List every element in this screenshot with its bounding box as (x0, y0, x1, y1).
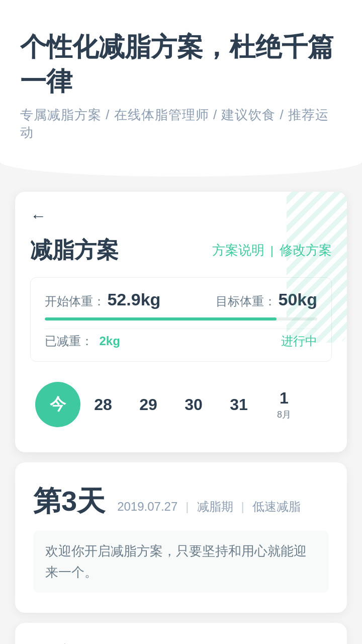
plan-description-link[interactable]: 方案说明 (212, 242, 264, 259)
weight-status-row: 已减重： 2kg 进行中 (45, 329, 317, 349)
diet-section-title: 建议饮食 (33, 641, 329, 644)
sub-title: 专属减脂方案 / 在线体脂管理师 / 建议饮食 / 推荐运动 (20, 106, 342, 141)
weight-progress-bar (45, 317, 317, 320)
diet-section: 建议饮食 早餐午餐加餐晚餐加餐 粽子 1袋 › (15, 623, 347, 644)
start-weight-label: 开始体重： (45, 294, 105, 308)
day-number: 第3天 (33, 482, 105, 521)
action-divider: | (270, 244, 274, 258)
back-button[interactable]: ← (30, 207, 46, 225)
day-header: 第3天 2019.07.27 | 减脂期 | 低速减脂 (33, 482, 329, 521)
day-date: 2019.07.27 (117, 500, 177, 514)
date-item-2[interactable]: 29 (126, 382, 171, 427)
meta-divider1: | (186, 500, 189, 514)
main-card: ← 减脂方案 方案说明 | 修改方案 开始体重： 52.9kg 目标体重： 50… (15, 192, 347, 452)
weight-progress-fill (45, 317, 277, 320)
date-item-4[interactable]: 31 (216, 382, 261, 427)
header-section: 个性化减脂方案，杜绝千篇一律 专属减脂方案 / 在线体脂管理师 / 建议饮食 /… (0, 0, 362, 162)
day-meta: 2019.07.27 | 减脂期 | 低速减脂 (117, 499, 301, 515)
date-item-0[interactable]: 今 (35, 382, 80, 427)
weight-row: 开始体重： 52.9kg 目标体重： 50kg (45, 290, 317, 309)
stripe-decoration (287, 192, 347, 343)
date-item-1[interactable]: 28 (80, 382, 126, 427)
day-tag1: 减脂期 (197, 499, 233, 515)
reduced-weight: 已减重： 2kg (45, 333, 120, 349)
meta-divider2: | (241, 500, 244, 514)
reduced-value: 2kg (99, 334, 120, 348)
date-item-3[interactable]: 30 (171, 382, 216, 427)
date-picker: 今2829303118月 (30, 372, 332, 437)
day-tag2: 低速减脂 (252, 499, 301, 515)
target-weight-label: 目标体重： (216, 294, 276, 308)
day-description: 欢迎你开启减脂方案，只要坚持和用心就能迎来一个。 (33, 531, 329, 593)
start-weight-value: 52.9kg (107, 290, 160, 309)
card-title: 减脂方案 (30, 235, 119, 265)
day-section: 第3天 2019.07.27 | 减脂期 | 低速减脂 欢迎你开启减脂方案，只要… (15, 462, 347, 613)
date-item-5[interactable]: 18月 (261, 382, 307, 427)
reduced-label: 已减重： (45, 334, 93, 348)
start-weight: 开始体重： 52.9kg (45, 290, 160, 309)
main-title: 个性化减脂方案，杜绝千篇一律 (20, 30, 342, 98)
